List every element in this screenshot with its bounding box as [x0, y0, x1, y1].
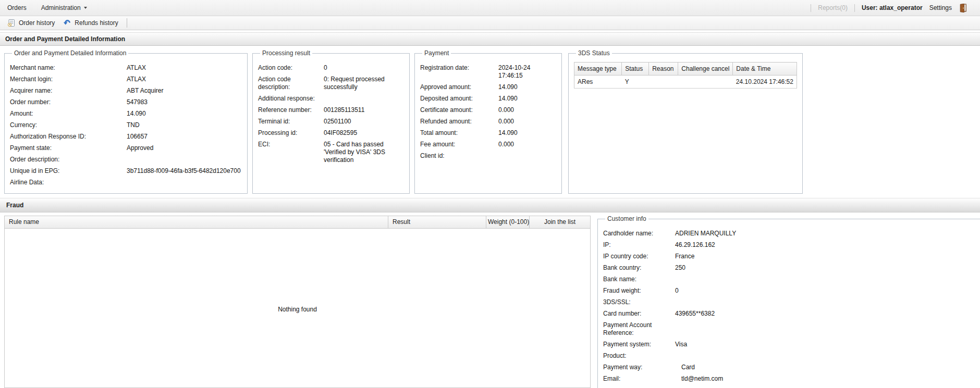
- application-window: Orders Administration Reports(0) User: a…: [0, 0, 980, 388]
- field-label: Bank country:: [603, 264, 675, 272]
- field-value: ABT Acquirer: [127, 87, 242, 95]
- field-label: Deposited amount:: [420, 95, 498, 103]
- customer-info-fields: Cardholder name:ADRIEN MARQUILLY IP:46.2…: [603, 223, 980, 385]
- current-user-label: User: atlax_operator: [862, 4, 923, 11]
- field-label: Processing id:: [258, 129, 324, 137]
- menubar-separator: [854, 4, 855, 12]
- panel-3ds-status-legend: 3DS Status: [576, 49, 612, 57]
- field-label: Merchant login:: [10, 76, 127, 83]
- field-row: Product:: [603, 351, 980, 362]
- field-value: 04IF082595: [324, 129, 404, 137]
- field-row: Bank country:250: [603, 262, 980, 274]
- field-value: Approved: [127, 144, 242, 152]
- fraud-col-result[interactable]: Result: [388, 216, 486, 228]
- field-value: [127, 156, 242, 164]
- field-row: ECI:05 - Card has passed 'Verified by VI…: [258, 139, 404, 166]
- field-value: ATLAX: [127, 76, 242, 83]
- field-value: 250: [675, 264, 980, 272]
- field-label: Fee amount:: [420, 141, 498, 148]
- panel-processing-result: Processing result Action code:0 Action c…: [252, 49, 410, 194]
- toolbar: Order history Refunds history: [0, 16, 980, 30]
- menu-administration[interactable]: Administration: [34, 0, 94, 16]
- fraud-empty-message: Nothing found: [5, 229, 590, 313]
- field-label: Order description:: [10, 156, 127, 164]
- field-row: Cardholder name:ADRIEN MARQUILLY: [603, 228, 980, 240]
- field-row: Order number:547983: [10, 97, 242, 108]
- menu-orders[interactable]: Orders: [0, 0, 34, 16]
- field-value: 3b711d88-f009-46fa-b3f5-6482d120e700: [127, 167, 242, 175]
- refunds-history-button[interactable]: Refunds history: [59, 17, 122, 29]
- fraud-col-join-the-list[interactable]: Join the list: [530, 216, 590, 228]
- threeds-table-row: ARes Y 24.10.2024 17:46:52: [574, 76, 797, 89]
- threeds-cell-date-time: 24.10.2024 17:46:52: [733, 76, 797, 89]
- field-label: Payment Account Reference:: [603, 321, 675, 337]
- field-value: 14.090: [498, 95, 556, 103]
- field-value: 0.000: [498, 106, 556, 114]
- field-row: Fee amount:0.000: [420, 139, 556, 151]
- field-row: Unique id in EPG:3b711d88-f009-46fa-b3f5…: [10, 166, 242, 177]
- field-value: Visa: [675, 341, 980, 348]
- field-row: Approved amount:14.090: [420, 82, 556, 93]
- field-row: Payment way:Card: [603, 362, 980, 373]
- panel-order-details-legend: Order and Payment Detailed Information: [12, 49, 128, 57]
- field-label: Reference number:: [258, 106, 324, 114]
- field-label: Cardholder name:: [603, 230, 675, 237]
- field-value: tld@netim.com: [675, 375, 980, 383]
- field-label: Action code description:: [258, 76, 324, 91]
- threeds-col-date-time: Date & Time: [733, 62, 797, 76]
- field-row: Total amount:14.090: [420, 128, 556, 139]
- field-value: France: [675, 253, 980, 260]
- field-label: Order number:: [10, 98, 127, 106]
- field-value: 14.090: [127, 110, 242, 118]
- field-row: Payment Account Reference:: [603, 320, 980, 339]
- field-value: 106657: [127, 133, 242, 141]
- order-history-button[interactable]: Order history: [3, 17, 59, 29]
- field-label: Refunded amount:: [420, 118, 498, 126]
- logout-button[interactable]: [959, 4, 967, 12]
- field-value: TND: [127, 121, 242, 129]
- field-value: 547983: [127, 98, 242, 106]
- field-value: 05 - Card has passed 'Verified by VISA' …: [324, 141, 404, 164]
- field-label: Payment state:: [10, 144, 127, 152]
- threeds-col-message-type: Message type: [574, 62, 622, 76]
- field-label: 3DS/SSL:: [603, 298, 675, 306]
- field-value: 0.000: [498, 118, 556, 126]
- panel-customer-info: Customer info Cardholder name:ADRIEN MAR…: [597, 215, 980, 388]
- field-value: 0.000: [498, 141, 556, 148]
- panel-order-details: Order and Payment Detailed Information M…: [4, 49, 248, 194]
- field-label: Authorization Response ID:: [10, 133, 127, 141]
- field-row: Refunded amount:0.000: [420, 116, 556, 128]
- field-row: Order description:: [10, 154, 242, 166]
- fraud-col-rule-name[interactable]: Rule name: [5, 216, 388, 228]
- menu-settings[interactable]: Settings: [929, 4, 952, 11]
- field-label: Card number:: [603, 310, 675, 318]
- menu-reports[interactable]: Reports(0): [818, 4, 848, 11]
- field-value: [675, 352, 980, 360]
- field-value: [127, 179, 242, 186]
- fraud-col-weight[interactable]: Weight (0-100): [486, 216, 530, 228]
- field-value: [675, 276, 980, 283]
- field-label: Payment system:: [603, 341, 675, 348]
- field-label: Action code:: [258, 64, 324, 72]
- field-row: Processing id:04IF082595: [258, 128, 404, 139]
- field-value: ADRIEN MARQUILLY: [675, 230, 980, 237]
- field-row: Terminal id:02501100: [258, 116, 404, 128]
- field-row: Email:tld@netim.com: [603, 373, 980, 385]
- return-arrow-icon: [63, 19, 71, 27]
- field-value: 14.090: [498, 83, 556, 91]
- payment-fields: Registration date:2024-10-24 17:46:15 Ap…: [420, 58, 556, 162]
- menubar-separator: [811, 4, 811, 12]
- threeds-cell-status: Y: [622, 76, 649, 89]
- field-value: 439655**6382: [675, 310, 980, 318]
- field-row: Merchant name:ATLAX: [10, 62, 242, 74]
- threeds-cell-reason: [649, 76, 678, 89]
- menu-orders-label: Orders: [7, 0, 27, 16]
- panel-payment-legend: Payment: [422, 49, 451, 57]
- field-label: Registration date:: [420, 64, 498, 80]
- field-label: Amount:: [10, 110, 127, 118]
- field-value: 0: Request processed successfully: [324, 76, 404, 91]
- field-label: Additional response:: [258, 95, 324, 103]
- field-row: Bank name:: [603, 274, 980, 285]
- door-exit-icon: [959, 4, 967, 12]
- field-value: 0: [675, 287, 980, 295]
